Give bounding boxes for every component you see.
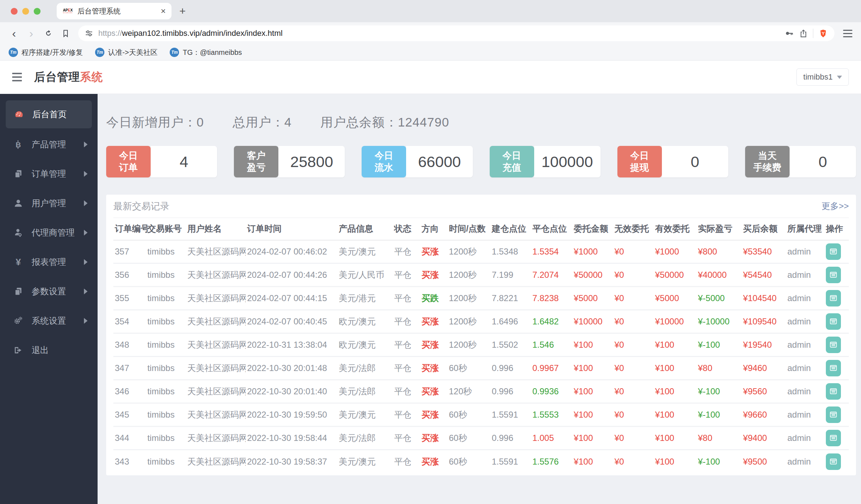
bookmark-item[interactable]: Tm 程序搭建/开发/修复	[9, 48, 83, 57]
card-today-deposits: 今日充值 100000	[490, 146, 601, 177]
more-link[interactable]: 更多>>	[822, 200, 849, 212]
cell-valid-amount: ¥10000	[654, 310, 696, 333]
agent-icon	[14, 228, 23, 237]
cell-user-name: 天美社区源码网	[186, 357, 246, 380]
brave-shield-icon[interactable]	[818, 29, 828, 38]
card-value: 0	[790, 146, 856, 177]
url-text[interactable]: https://weipan102.timibbs.vip/admin/inde…	[98, 29, 780, 38]
cell-action	[824, 403, 849, 427]
sidebar-toggle-icon[interactable]	[12, 73, 22, 81]
order-detail-button[interactable]	[826, 313, 841, 330]
cell-valid-amount: ¥100	[654, 380, 696, 403]
cell-open-price: 0.996	[490, 380, 531, 403]
column-header: 实际盈亏	[696, 218, 742, 240]
password-key-icon[interactable]	[785, 29, 794, 38]
card-value: 100000	[534, 146, 601, 177]
browser-menu-icon[interactable]	[843, 30, 852, 37]
cell-close-price: 1.5576	[531, 450, 572, 473]
sidebar-item-users[interactable]: 用户管理	[0, 189, 98, 218]
column-header: 操作	[824, 218, 849, 240]
order-detail-button[interactable]	[826, 453, 841, 470]
minimize-window-button[interactable]	[22, 8, 29, 15]
order-detail-button[interactable]	[826, 360, 841, 376]
tm-icon: Tm	[9, 48, 18, 57]
detail-list-icon	[829, 317, 838, 326]
cell-direction: 买涨	[420, 403, 447, 427]
sidebar-item-logout[interactable]: 退出	[0, 336, 98, 365]
sidebar-item-products[interactable]: B 产品管理	[0, 130, 98, 159]
bookmark-page-icon[interactable]	[58, 26, 73, 41]
order-detail-button[interactable]	[826, 430, 841, 446]
browser-tab[interactable]: APEXSOURCES 后台管理系统 ×	[57, 3, 171, 19]
tab-close-icon[interactable]: ×	[161, 6, 166, 16]
cell-agent: admin	[786, 403, 824, 427]
gears-icon	[14, 316, 23, 325]
sidebar-item-reports[interactable]: ¥ 报表管理	[0, 247, 98, 277]
cell-amount: ¥100	[572, 427, 613, 450]
column-header: 用户姓名	[186, 218, 246, 240]
cell-action	[824, 380, 849, 403]
cell-profit: ¥-100	[696, 380, 742, 403]
panel-title: 最新交易记录	[113, 200, 169, 213]
cell-close-price: 0.9936	[531, 380, 572, 403]
cell-amount: ¥100	[572, 380, 613, 403]
share-icon[interactable]	[799, 29, 808, 38]
back-button[interactable]: ‹	[6, 26, 22, 41]
cell-open-price: 0.996	[490, 357, 531, 380]
cell-duration: 60秒	[447, 450, 490, 473]
bookmark-item[interactable]: Tm TG：@tianmeibbs	[170, 48, 242, 57]
user-dropdown[interactable]: timibbs1	[796, 68, 849, 86]
table-header-row: 订单编号交易账号用户姓名订单时间产品信息状态方向时间/点数建仓点位平仓点位委托金…	[113, 218, 849, 240]
forward-button[interactable]: ›	[24, 26, 39, 41]
cell-product: 美元/澳元	[337, 403, 393, 427]
cell-agent: admin	[786, 240, 824, 263]
cell-close-price: 1.5553	[531, 403, 572, 427]
close-window-button[interactable]	[11, 8, 18, 15]
cell-invalid-amount: ¥0	[613, 450, 654, 473]
cell-duration: 1200秒	[447, 310, 490, 333]
order-detail-button[interactable]	[826, 267, 841, 283]
sidebar-item-orders[interactable]: 订单管理	[0, 159, 98, 189]
card-value: 0	[662, 146, 728, 177]
tm-icon: Tm	[95, 48, 104, 57]
cell-order-time: 2024-02-07 00:44:26	[246, 263, 337, 287]
chevron-right-icon	[84, 289, 88, 294]
zoom-window-button[interactable]	[34, 8, 41, 15]
cell-open-price: 1.5502	[490, 333, 531, 357]
chevron-down-icon	[837, 76, 842, 79]
chevron-right-icon	[84, 230, 88, 236]
cell-valid-amount: ¥50000	[654, 263, 696, 287]
card-value: 66000	[406, 146, 472, 177]
browser-toolbar: ‹ › https://weipan102.timibbs.vip/admin/…	[0, 22, 861, 44]
sidebar-item-agents[interactable]: 代理商管理	[0, 218, 98, 247]
cell-duration: 60秒	[447, 357, 490, 380]
card-today-volume: 今日流水 66000	[362, 146, 472, 177]
detail-list-icon	[829, 364, 838, 372]
cell-status: 平仓	[393, 263, 420, 287]
cell-balance-after: ¥9460	[742, 357, 786, 380]
main-content: 今日新增用户：0 总用户：4 用户总余额：1244790 今日订单 4 客户盈亏…	[98, 94, 861, 504]
table-row: 357 timibbs 天美社区源码网 2024-02-07 00:46:02 …	[113, 240, 849, 263]
cell-profit: ¥800	[696, 240, 742, 263]
yen-icon: ¥	[14, 257, 23, 267]
cell-balance-after: ¥53540	[742, 240, 786, 263]
column-header: 买后余额	[742, 218, 786, 240]
user-icon	[14, 199, 23, 208]
new-tab-button[interactable]: +	[179, 5, 186, 17]
order-detail-button[interactable]	[826, 383, 841, 400]
reload-button[interactable]	[41, 26, 56, 41]
order-detail-button[interactable]	[826, 406, 841, 423]
cell-account: timibbs	[146, 310, 186, 333]
cell-action	[824, 310, 849, 333]
order-detail-button[interactable]	[826, 243, 841, 260]
order-detail-button[interactable]	[826, 337, 841, 353]
sidebar-item-dashboard[interactable]: 后台首页	[6, 100, 92, 128]
cell-invalid-amount: ¥0	[613, 380, 654, 403]
cell-valid-amount: ¥5000	[654, 287, 696, 310]
sidebar-item-system-settings[interactable]: 系统设置	[0, 306, 98, 336]
site-settings-icon[interactable]	[85, 29, 93, 38]
bookmark-item[interactable]: Tm 认准->天美社区	[95, 48, 157, 57]
sidebar-item-parameters[interactable]: 参数设置	[0, 277, 98, 306]
url-bar[interactable]: https://weipan102.timibbs.vip/admin/inde…	[78, 25, 834, 41]
order-detail-button[interactable]	[826, 290, 841, 306]
